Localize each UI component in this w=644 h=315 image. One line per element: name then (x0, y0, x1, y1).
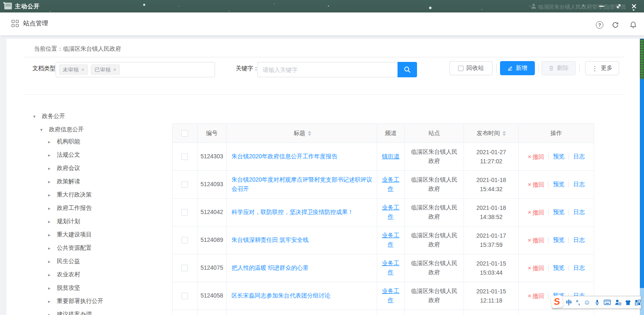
row-checkbox[interactable] (181, 265, 188, 271)
column-header-publish-time[interactable]: 发布时间 (464, 124, 519, 143)
doc-title-link[interactable]: 朱台镇2020年政府信息公开工作年度报告 (232, 152, 337, 161)
doc-type-select[interactable]: 未审核 × 已审核 × (56, 62, 215, 77)
punctuation-icon[interactable]: °, (576, 300, 580, 305)
tree-item-15[interactable]: ▸建议提案办理 (31, 308, 172, 315)
channel-link[interactable]: 业务工作 (381, 203, 401, 221)
preview-action[interactable]: 预览 (553, 208, 564, 217)
tree-item-12[interactable]: ▸农业农村 (31, 268, 172, 281)
column-header-title[interactable]: 标题 (227, 124, 377, 143)
caret-right-icon[interactable]: ▸ (48, 153, 54, 158)
log-action[interactable]: 日志 (573, 236, 585, 245)
caret-right-icon[interactable]: ▸ (48, 299, 54, 304)
remove-tag-icon[interactable]: × (81, 67, 84, 73)
scrollbar-thumb[interactable] (640, 39, 644, 79)
row-checkbox[interactable] (181, 293, 188, 299)
modules-grid-icon[interactable] (12, 20, 19, 27)
preview-action[interactable]: 预览 (553, 236, 564, 245)
more-button[interactable]: ⋮ 更多 (585, 61, 619, 75)
withdraw-action[interactable]: ×撤回 (528, 207, 544, 217)
tree-item-9[interactable]: ▸重大建设项目 (31, 228, 172, 241)
log-action[interactable]: 日志 (573, 180, 585, 189)
caret-down-icon[interactable]: ▾ (33, 114, 39, 119)
caret-right-icon[interactable]: ▸ (48, 179, 54, 185)
tree-item-14[interactable]: ▸重要部署执行公开 (31, 295, 172, 308)
log-action[interactable]: 日志 (573, 263, 585, 273)
toolbox-icon[interactable] (635, 300, 641, 305)
keyword-input[interactable] (257, 62, 398, 77)
withdraw-action[interactable]: ×撤回 (528, 235, 544, 245)
column-header-site[interactable]: 站点 (405, 124, 464, 143)
tree-item-10[interactable]: ▸公共资源配置 (31, 241, 172, 255)
emoji-icon[interactable]: ☺ (584, 299, 590, 306)
withdraw-action[interactable]: ×撤回 (528, 291, 544, 301)
tree-item-6[interactable]: ▸重大行政决策 (31, 188, 172, 202)
select-all-checkbox[interactable] (181, 130, 188, 137)
doc-title-link[interactable]: 朱台镇深耕责任田 筑牢安全线 (232, 236, 309, 245)
channel-link[interactable]: 业务工作 (381, 287, 401, 305)
sort-icon[interactable] (503, 131, 506, 136)
log-action[interactable]: 日志 (573, 152, 585, 161)
tree-item-4[interactable]: ▸政府会议 (31, 162, 172, 175)
caret-right-icon[interactable]: ▸ (48, 139, 54, 145)
row-checkbox[interactable] (181, 181, 188, 188)
recycle-bin-button[interactable]: 回收站 (449, 61, 493, 75)
sort-icon[interactable] (308, 131, 311, 136)
sogou-logo-icon[interactable]: S (550, 295, 564, 309)
channel-link[interactable]: 业务工作 (381, 259, 401, 277)
delete-button[interactable]: 删除 (542, 61, 576, 75)
channel-link[interactable]: 业务工作 (381, 231, 401, 249)
caret-right-icon[interactable]: ▸ (48, 219, 54, 224)
caret-right-icon[interactable]: ▸ (48, 246, 54, 251)
caret-right-icon[interactable]: ▸ (48, 232, 54, 238)
row-checkbox[interactable] (181, 237, 188, 244)
preview-action[interactable]: 预览 (553, 263, 564, 273)
tree-item-11[interactable]: ▸民生公益 (31, 255, 172, 268)
tree-item-7[interactable]: ▸政府工作报告 (31, 202, 172, 215)
caret-right-icon[interactable]: ▸ (48, 166, 54, 171)
scrollbar-track[interactable] (640, 39, 644, 315)
tree-item-1[interactable]: ▾政府信息公开 (31, 123, 172, 136)
column-header-channel[interactable]: 频道 (377, 124, 405, 143)
caret-down-icon[interactable]: ▾ (40, 127, 46, 133)
doc-title-link[interactable]: 把人性的温暖 织进群众的心里 (232, 263, 309, 273)
tree-item-2[interactable]: ▸机构职能 (31, 135, 172, 148)
row-checkbox[interactable] (181, 153, 188, 160)
withdraw-action[interactable]: ×撤回 (528, 180, 544, 189)
doc-title-link[interactable]: 区长宋磊同志参加朱台代表团分组讨论 (232, 291, 330, 300)
tree-item-8[interactable]: ▸规划计划 (31, 215, 172, 228)
tree-item-0[interactable]: ▾政务公开 (31, 110, 172, 123)
skin-icon[interactable] (625, 300, 631, 305)
refresh-button[interactable] (612, 21, 619, 30)
help-button[interactable]: ? (596, 21, 603, 29)
preview-action[interactable]: 预览 (553, 152, 564, 161)
minimize-button[interactable] (598, 2, 606, 10)
remove-tag-icon[interactable]: × (113, 67, 116, 73)
chinese-mode-icon[interactable]: 中 (566, 299, 572, 305)
column-header-id[interactable]: 编号 (198, 124, 227, 143)
add-button[interactable]: 新增 (500, 61, 535, 75)
channel-link[interactable]: 业务工作 (381, 175, 401, 193)
withdraw-action[interactable]: ×撤回 (528, 263, 544, 273)
caret-right-icon[interactable]: ▸ (48, 312, 54, 315)
preview-action[interactable]: 预览 (553, 180, 564, 189)
maximize-button[interactable] (615, 2, 623, 10)
notifications-button[interactable] (629, 21, 637, 30)
keyboard-icon[interactable] (604, 300, 611, 305)
row-checkbox[interactable] (181, 209, 188, 216)
caret-right-icon[interactable]: ▸ (48, 285, 54, 291)
tree-item-5[interactable]: ▸政策解读 (31, 175, 172, 188)
close-button[interactable] (630, 2, 638, 10)
caret-right-icon[interactable]: ▸ (48, 272, 54, 278)
caret-right-icon[interactable]: ▸ (48, 206, 54, 211)
withdraw-action[interactable]: ×撤回 (528, 152, 544, 162)
tree-item-13[interactable]: ▸脱贫攻坚 (31, 281, 172, 295)
channel-link[interactable]: 镇街道 (382, 152, 400, 161)
search-button[interactable] (398, 62, 417, 77)
doc-title-link[interactable]: 朱台镇2020年度对村观摩点评暨村党支部书记述职评议会召开 (232, 175, 373, 193)
caret-right-icon[interactable]: ▸ (48, 192, 54, 198)
log-action[interactable]: 日志 (573, 208, 585, 217)
doc-title-link[interactable]: 科学应对，联防联控，坚决捍卫疫情防控成果！ (232, 208, 354, 217)
tree-item-3[interactable]: ▸法规公文 (31, 148, 172, 162)
account-icon[interactable]: 19 (615, 299, 621, 305)
microphone-icon[interactable] (594, 299, 600, 305)
